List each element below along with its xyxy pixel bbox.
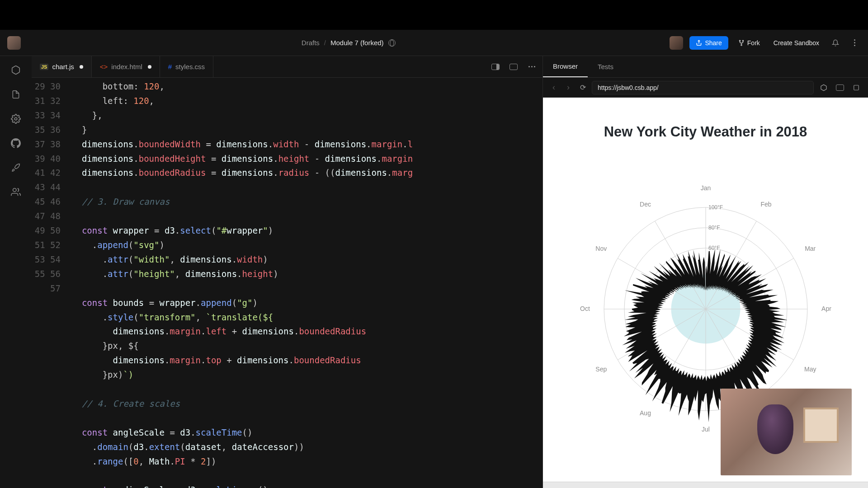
share-icon (696, 40, 702, 46)
github-icon[interactable] (10, 137, 22, 149)
preview-column: Browser Tests ‹ › ⟳ New York City Weathe… (542, 56, 868, 488)
live-icon[interactable] (10, 186, 22, 198)
tab-chart-js[interactable]: JS chart.js (32, 56, 92, 77)
menu-dots-icon (528, 66, 535, 67)
nav-forward-button[interactable]: › (563, 83, 574, 92)
breadcrumb: Drafts / Module 7 (forked) (27, 39, 670, 47)
explorer-icon[interactable] (10, 89, 22, 100)
svg-point-1 (742, 40, 743, 41)
layout-icon (836, 84, 844, 91)
svg-text:60°F: 60°F (708, 245, 720, 251)
notifications-button[interactable] (829, 37, 842, 49)
preview-surface: New York City Weather in 2018 60°F80°F10… (543, 98, 868, 488)
fork-icon (738, 40, 745, 46)
tab-tests[interactable]: Tests (588, 56, 623, 77)
reload-button[interactable]: ⟳ (577, 83, 588, 92)
main-area: JS chart.js <> index.html # styles.css (0, 56, 868, 488)
tab-index-html[interactable]: <> index.html (92, 56, 160, 77)
menu-dots-icon (854, 39, 855, 46)
svg-text:80°F: 80°F (708, 225, 720, 231)
breadcrumb-project[interactable]: Module 7 (forked) (330, 39, 384, 47)
svg-text:May: May (804, 366, 816, 373)
html-file-icon: <> (100, 63, 108, 70)
svg-text:Apr: Apr (821, 305, 831, 312)
expand-button[interactable] (850, 81, 863, 94)
editor-more-button[interactable] (525, 61, 538, 73)
svg-text:Sep: Sep (595, 366, 607, 373)
user-avatar[interactable] (7, 36, 21, 50)
preview-panel-button[interactable] (507, 61, 520, 73)
horizontal-scrollbar[interactable] (543, 482, 868, 488)
code-content[interactable]: bottom: 120, left: 120, }, } dimensions.… (71, 78, 542, 488)
svg-text:100°F: 100°F (708, 204, 723, 211)
tab-styles-css[interactable]: # styles.css (160, 56, 213, 77)
code-editor[interactable]: 29 30 31 32 33 34 35 36 37 38 39 40 41 4… (32, 78, 542, 488)
editor-column: JS chart.js <> index.html # styles.css (32, 56, 542, 488)
sandbox-info-icon[interactable] (10, 64, 22, 76)
breadcrumb-drafts[interactable]: Drafts (302, 39, 320, 47)
nav-back-button[interactable]: ‹ (548, 83, 559, 92)
svg-point-3 (14, 117, 17, 120)
svg-text:Nov: Nov (595, 245, 607, 252)
window-black-bar (0, 0, 868, 30)
editor-tab-bar: JS chart.js <> index.html # styles.css (32, 56, 542, 78)
svg-point-4 (13, 188, 16, 192)
svg-text:Jul: Jul (702, 426, 710, 433)
line-number-gutter: 29 30 31 32 33 34 35 36 37 38 39 40 41 4… (32, 78, 71, 488)
more-menu-button[interactable] (848, 37, 861, 49)
svg-point-0 (739, 40, 740, 41)
svg-rect-5 (854, 85, 859, 90)
svg-text:Oct: Oct (580, 305, 590, 312)
svg-text:Jan: Jan (700, 184, 711, 192)
svg-text:Dec: Dec (640, 201, 651, 208)
unsaved-indicator (80, 65, 83, 69)
js-file-icon: JS (40, 64, 48, 70)
preview-tab-bar: Browser Tests (543, 56, 868, 78)
create-sandbox-button[interactable]: Create Sandbox (770, 36, 823, 50)
settings-icon[interactable] (10, 113, 22, 125)
browser-url-bar: ‹ › ⟳ (543, 78, 868, 98)
fork-button[interactable]: Fork (735, 36, 764, 50)
svg-text:Aug: Aug (640, 409, 651, 417)
deploy-icon[interactable] (10, 162, 22, 174)
collaborator-avatar[interactable] (670, 36, 683, 50)
chart-title: New York City Weather in 2018 (543, 124, 868, 140)
globe-icon (388, 39, 396, 47)
svg-text:Feb: Feb (760, 201, 771, 208)
app-header: Drafts / Module 7 (forked) Share Fork Cr… (0, 30, 868, 56)
breadcrumb-separator: / (324, 39, 326, 47)
bell-icon (832, 39, 839, 47)
panel-layout-icon (491, 64, 500, 70)
activity-bar (0, 56, 32, 488)
open-new-window-button[interactable] (817, 81, 830, 94)
tab-browser[interactable]: Browser (543, 56, 588, 77)
webcam-overlay (721, 389, 852, 475)
layout-button[interactable] (834, 81, 846, 94)
preview-icon (509, 64, 518, 70)
url-input[interactable] (592, 81, 814, 94)
toggle-panel-button[interactable] (489, 61, 502, 73)
svg-text:Mar: Mar (805, 245, 816, 252)
svg-point-2 (741, 44, 742, 45)
css-file-icon: # (168, 63, 172, 70)
share-button[interactable]: Share (689, 36, 728, 50)
unsaved-indicator (148, 65, 151, 69)
